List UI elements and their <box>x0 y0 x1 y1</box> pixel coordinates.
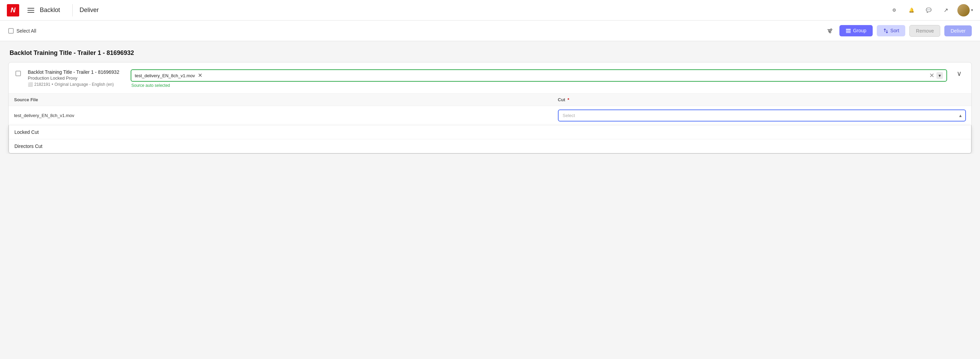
group-title: Backlot Training Title - Trailer 1 - 816… <box>8 49 972 57</box>
asset-row: Backlot Training Title - Trailer 1 - 816… <box>9 62 971 94</box>
svg-point-5 <box>829 32 831 33</box>
nav-divider <box>72 4 73 16</box>
main-content: Backlot Training Title - Trailer 1 - 816… <box>0 41 980 154</box>
user-avatar-button[interactable]: ▾ <box>958 4 973 16</box>
cut-select-cell: Select Locked Cut Directors Cut ▲ <box>552 106 971 125</box>
cut-required-marker: * <box>568 97 569 102</box>
bell-icon: 🔔 <box>909 8 915 13</box>
chevron-down-icon: ∨ <box>957 70 962 77</box>
asset-type: Production Locked Proxy <box>28 75 124 81</box>
chat-icon: 💬 <box>926 8 932 13</box>
avatar-image <box>958 4 970 16</box>
source-auto-label: Source auto selected <box>130 83 947 88</box>
sort-label: Sort <box>891 28 899 33</box>
netflix-logo: N <box>7 4 19 16</box>
asset-meta-id: 2182191 <box>34 82 50 87</box>
source-input-actions: ✕ ▾ <box>929 72 943 79</box>
cut-option-locked-cut[interactable]: Locked Cut <box>9 125 971 139</box>
cut-select-wrapper: Select Locked Cut Directors Cut ▲ <box>558 110 966 121</box>
svg-point-4 <box>829 30 830 32</box>
remove-label: Remove <box>916 28 934 34</box>
deliver-label: Deliver <box>950 28 966 34</box>
app-logo-group: N Backlot <box>7 4 60 16</box>
cut-option-directors-cut[interactable]: Directors Cut <box>9 139 971 153</box>
toolbar: Select All Group <box>0 21 980 41</box>
source-file-tag-text: test_delivery_EN_8ch_v1.mov <box>135 73 195 78</box>
svg-point-3 <box>830 29 832 30</box>
notifications-button[interactable]: 🔔 <box>906 5 917 16</box>
asset-name: Backlot Training Title - Trailer 1 - 816… <box>28 69 124 75</box>
svg-rect-7 <box>846 30 851 32</box>
avatar-chevron-icon: ▾ <box>971 8 973 12</box>
cut-dropdown-open: Locked Cut Directors Cut <box>9 125 971 153</box>
asset-meta-icon: ⬜ <box>28 82 33 87</box>
external-link-button[interactable]: ↗ <box>940 5 951 16</box>
cut-select[interactable]: Select Locked Cut Directors Cut <box>558 110 966 121</box>
app-title: Backlot <box>40 6 60 14</box>
nav-right: ⚙ 🔔 💬 ↗ ▾ <box>889 4 973 16</box>
asset-source-selector: test_delivery_EN_8ch_v1.mov ✕ ✕ ▾ Source… <box>130 69 947 88</box>
asset-card: Backlot Training Title - Trailer 1 - 816… <box>8 62 972 154</box>
asset-meta-separator: • <box>52 82 53 87</box>
source-tag: test_delivery_EN_8ch_v1.mov ✕ <box>135 73 926 78</box>
group-button[interactable]: Group <box>839 25 873 37</box>
select-all-label[interactable]: Select All <box>8 28 37 34</box>
source-file-cell: test_delivery_EN_8ch_v1.mov <box>9 106 552 125</box>
group-label: Group <box>853 28 867 33</box>
page-title: Deliver <box>80 6 99 14</box>
source-tag-input: test_delivery_EN_8ch_v1.mov ✕ ✕ ▾ <box>130 69 947 82</box>
filter-icon <box>826 27 833 34</box>
filter-button[interactable] <box>824 26 835 37</box>
select-all-checkbox[interactable] <box>8 28 14 34</box>
source-dropdown-button[interactable]: ▾ <box>937 72 943 79</box>
asset-meta: ⬜ 2182191 • Original Language - English … <box>28 82 124 87</box>
asset-table: Source File Cut * test_delivery_EN_8ch_v… <box>9 94 971 125</box>
asset-expand-button[interactable]: ∨ <box>954 69 964 78</box>
external-link-icon: ↗ <box>943 7 948 13</box>
sort-button[interactable]: Sort <box>877 25 905 37</box>
asset-checkbox[interactable] <box>16 71 21 76</box>
col-source-file: Source File <box>9 94 552 106</box>
sort-icon <box>883 28 888 34</box>
deliver-button[interactable]: Deliver <box>944 26 972 37</box>
table-header-row: Source File Cut * <box>9 94 971 106</box>
avatar <box>958 4 970 16</box>
gear-icon: ⚙ <box>892 8 896 13</box>
hamburger-button[interactable] <box>26 6 36 14</box>
remove-button[interactable]: Remove <box>909 25 940 37</box>
select-all-text: Select All <box>16 28 37 34</box>
svg-rect-6 <box>846 29 851 30</box>
table-row: test_delivery_EN_8ch_v1.mov Select Locke… <box>9 106 971 125</box>
asset-meta-lang: Original Language - English (en) <box>54 82 114 87</box>
chat-button[interactable]: 💬 <box>923 5 934 16</box>
group-icon <box>846 28 851 34</box>
svg-rect-8 <box>846 32 851 33</box>
source-tag-close-button[interactable]: ✕ <box>197 73 203 78</box>
settings-button[interactable]: ⚙ <box>889 5 900 16</box>
asset-info: Backlot Training Title - Trailer 1 - 816… <box>28 69 124 87</box>
top-nav: N Backlot Deliver ⚙ 🔔 💬 ↗ ▾ <box>0 0 980 21</box>
source-clear-button[interactable]: ✕ <box>929 72 934 78</box>
col-cut: Cut * <box>552 94 971 106</box>
